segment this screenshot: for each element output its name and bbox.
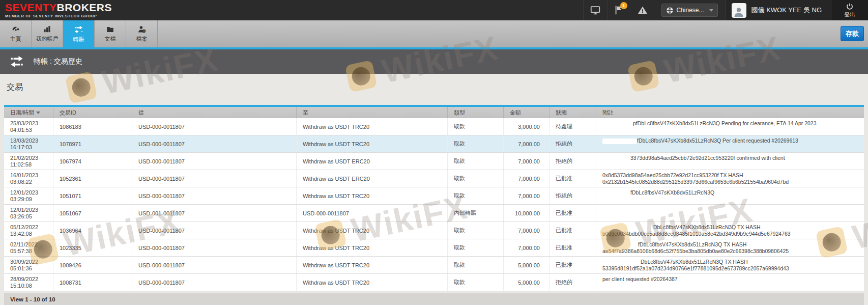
cell-from: USD-000-0011807 [132, 170, 297, 187]
table-row[interactable]: 12/01/202303:26:051051067USD-001-0011807… [4, 205, 864, 222]
cell-note: DbLc8fbsV47sKXb8dx51LzRcN3Q TX HASH53395… [596, 257, 864, 273]
user-profile-button[interactable]: 國儀 KWOK YEE 吳 NG [726, 0, 831, 20]
cell-note: fDbLc8fbsV47sKXb8dx51LzRcN3Q TX HASHae54… [596, 239, 864, 256]
tab-label: 檔案 [136, 35, 148, 43]
table-row[interactable]: 16/01/202303:08:221052361USD-000-0011807… [4, 170, 864, 187]
page-title-bar: 轉帳 : 交易歷史 [0, 49, 868, 74]
main-content: 交易 日期/時間交易ID從至類型金額狀態附註 25/03/202304:01:5… [0, 74, 868, 305]
cell-date-time: 13/03/202316:17:03 [4, 135, 53, 152]
nav-tabs: 主頁我的帳戶轉賬文檔i檔案 [0, 20, 868, 47]
table-footer: View 1 - 10 of 10 [4, 293, 864, 305]
tab-profile[interactable]: i檔案 [126, 20, 158, 47]
cell-status: 待處理 [549, 118, 596, 135]
deposit-button[interactable]: 存款 [841, 26, 864, 41]
cell-to: USD-000-0011807 [297, 205, 448, 221]
cell-to: Withdraw as USDT TRC20 [297, 135, 448, 152]
app-window: SEVENTYBROKERS MEMBER OF SEVENTY INVESTE… [0, 0, 868, 305]
main-nav-bar: 主頁我的帳戶轉賬文檔i檔案 存款 [0, 20, 868, 49]
cell-from: USD-000-0011807 [132, 153, 297, 170]
notifications-button[interactable]: 1 [607, 0, 631, 20]
redaction-blob [602, 156, 630, 161]
table-row[interactable]: 25/03/202304:01:531086183USD-000-0011807… [4, 118, 864, 135]
cell-status: 拒絕的 [549, 153, 596, 170]
alerts-button[interactable] [631, 0, 654, 20]
globe-icon [666, 7, 674, 14]
cell-note: fDbLc8fbsV47sKXb8dx51LzRcN3Q Per client … [596, 135, 864, 152]
table-body: 25/03/202304:01:531086183USD-000-0011807… [4, 118, 864, 291]
redaction-blob [602, 190, 630, 196]
page-title: 轉帳 : 交易歷史 [34, 57, 82, 66]
logout-button[interactable]: 登出 [831, 0, 868, 20]
table-row[interactable]: 30/09/202205:01:361009426USD-000-0011807… [4, 257, 864, 274]
monitor-button[interactable] [584, 0, 607, 20]
brand-name-seventy: SEVENTY [5, 2, 57, 13]
column-header-7[interactable]: 狀態 [549, 107, 596, 118]
column-header-5[interactable]: 類型 [448, 107, 504, 118]
cell-to: Withdraw as USDT TRC20 [297, 274, 448, 291]
cell-date-time: 30/09/202205:01:36 [4, 257, 53, 273]
cell-status: 已批准 [549, 257, 596, 273]
redaction-blob [602, 242, 638, 248]
cell-from: USD-001-0011807 [132, 205, 297, 221]
cell-status: 已批准 [549, 239, 596, 256]
table-row[interactable]: 21/02/202311:02:581067974USD-000-0011807… [4, 153, 864, 170]
column-header-4[interactable]: 至 [297, 107, 448, 118]
cell-transaction-id: 1036964 [53, 222, 132, 239]
monitor-icon [590, 5, 601, 16]
column-header-3[interactable]: 從 [132, 107, 297, 118]
cell-transaction-id: 1051067 [53, 205, 132, 221]
cell-note: DbLc8fbsV47sKXb8dx51LzRcN3Q TX HASHb0d9c… [596, 222, 864, 239]
cell-amount: 7,000.00 [504, 170, 549, 187]
column-header-1[interactable]: 日期/時間 [4, 107, 53, 118]
cell-date-time: 02/11/202205:57:38 [4, 239, 53, 256]
tab-home[interactable]: 主頁 [0, 20, 32, 47]
cell-status: 拒絕的 [549, 187, 596, 204]
cell-amount: 7,000.00 [504, 135, 549, 152]
redaction-blob [602, 225, 653, 231]
cell-to: Withdraw as USDT ERC20 [297, 170, 448, 187]
table-row[interactable]: 02/11/202205:57:381023335USD-000-0011807… [4, 239, 864, 257]
cell-type: 取款 [448, 257, 504, 273]
cell-to: Withdraw as USDT ERC20 [297, 153, 448, 170]
cell-type: 取款 [448, 170, 504, 187]
tab-label: 轉賬 [73, 36, 84, 43]
brand-subtitle: MEMBER OF SEVENTY INVESTECH GROUP [5, 14, 112, 18]
cell-date-time: 21/02/202311:02:58 [4, 153, 53, 170]
cell-from: USD-000-0011807 [132, 135, 297, 152]
table-row[interactable]: 12/01/202303:29:091051071USD-000-0011807… [4, 187, 864, 205]
brand-logo[interactable]: SEVENTYBROKERS MEMBER OF SEVENTY INVESTE… [5, 2, 112, 18]
cell-date-time: 05/12/202213:42:08 [4, 222, 53, 239]
column-header-8[interactable]: 附註 [596, 107, 864, 118]
table-row[interactable]: 13/03/202316:17:031078971USD-000-0011807… [4, 135, 864, 153]
cell-date-time: 28/09/202215:10:08 [4, 274, 53, 291]
warning-icon [637, 5, 648, 16]
tab-documents[interactable]: 文檔 [95, 20, 126, 47]
power-icon [846, 3, 854, 11]
tab-transfer[interactable]: 轉賬 [63, 20, 95, 47]
cell-from: USD-000-0011807 [132, 274, 297, 291]
cell-status: 已批准 [549, 205, 596, 221]
table-row[interactable]: 28/09/202215:10:081008731USD-000-0011807… [4, 274, 864, 291]
cell-note: fDbLc8fbsV47sKXb8dx51LzRcN3Q [596, 187, 864, 204]
cell-from: USD-000-0011807 [132, 187, 297, 204]
cell-type: 取款 [448, 153, 504, 170]
transactions-table: 日期/時間交易ID從至類型金額狀態附註 25/03/202304:01:5310… [4, 105, 864, 291]
cell-date-time: 16/01/202303:08:22 [4, 170, 53, 187]
column-header-2[interactable]: 交易ID [53, 107, 132, 118]
column-header-6[interactable]: 金額 [504, 107, 549, 118]
language-selector[interactable]: Chinese... [661, 4, 718, 17]
language-selected-label: Chinese... [677, 7, 704, 14]
cell-from: USD-000-0011807 [132, 257, 297, 273]
table-row[interactable]: 05/12/202213:42:081036964USD-000-0011807… [4, 222, 864, 239]
transfer-arrows-icon [8, 54, 25, 69]
cell-to: Withdraw as USDT TRC20 [297, 118, 448, 135]
cell-amount: 7,000.00 [504, 153, 549, 170]
cell-status: 已批准 [549, 170, 596, 187]
column-header-label: 從 [138, 109, 144, 117]
cell-date-time: 12/01/202303:29:09 [4, 187, 53, 204]
cell-amount: 7,000.00 [504, 239, 549, 256]
cell-transaction-id: 1086183 [53, 118, 132, 135]
tab-accounts[interactable]: 我的帳戶 [32, 20, 63, 47]
tab-label: 主頁 [10, 35, 21, 43]
cell-status: 已批准 [549, 222, 596, 239]
